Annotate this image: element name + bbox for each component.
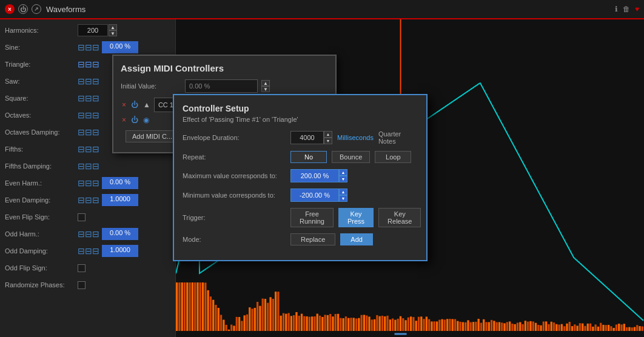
even-flip-sign-row: Even Flip Sign: xyxy=(0,209,175,225)
titlebar-right-icons: ℹ 🗑 ♥ xyxy=(615,5,639,13)
max-value-up[interactable]: ▲ xyxy=(339,169,347,176)
even-harm-slider-icon[interactable]: ⊟⊟⊟ xyxy=(78,178,99,188)
trigger-row: Trigger: Free Running Key Press Key Rele… xyxy=(183,208,418,227)
square-label: Square: xyxy=(5,95,78,102)
fifths-slider-icon[interactable]: ⊟⊟⊟ xyxy=(78,144,99,154)
fifths-damping-label: Fifths Damping: xyxy=(5,162,78,170)
midi-row1-shape[interactable]: ▲ xyxy=(142,99,152,110)
odd-harm-slider-icon[interactable]: ⊟⊟⊟ xyxy=(78,229,99,239)
octaves-label: Octaves: xyxy=(5,112,78,119)
midi-row1-power[interactable]: ⏻ xyxy=(130,99,139,110)
sine-row: Sine: ⊟⊟⊟ 0.00 % xyxy=(0,39,175,56)
heart-icon[interactable]: ♥ xyxy=(635,5,639,13)
envelope-duration-down[interactable]: ▼ xyxy=(324,138,332,144)
envelope-duration-input[interactable] xyxy=(290,131,324,144)
chain-button[interactable]: ↗ xyxy=(32,4,41,14)
min-value-row: Minimum value corresponds to: ▲ ▼ xyxy=(183,189,418,202)
app-title: Waveforms xyxy=(46,5,86,14)
mode-row: Mode: Replace Add xyxy=(183,233,418,245)
harmonics-down[interactable]: ▼ xyxy=(109,30,117,36)
odd-harm-label: Odd Harm.: xyxy=(5,230,78,238)
min-value-arrows: ▲ ▼ xyxy=(339,189,347,202)
even-damping-value[interactable]: 1.0000 xyxy=(102,194,138,206)
even-damping-label: Even Damping: xyxy=(5,196,78,204)
controller-setup-dialog: Controller Setup Effect of 'Passing Time… xyxy=(173,94,428,261)
trigger-key-release-button[interactable]: Key Release xyxy=(378,208,421,227)
odd-damping-label: Odd Damping: xyxy=(5,247,78,255)
even-flip-sign-checkbox[interactable] xyxy=(78,213,86,221)
quarter-notes-label: Quarter Notes xyxy=(378,130,418,145)
cs-subtitle: Effect of 'Passing Time #1' on 'Triangle… xyxy=(183,116,418,123)
initial-value-down[interactable]: ▼ xyxy=(261,86,270,92)
midi-row2-circle[interactable]: ◉ xyxy=(142,115,150,125)
power-button[interactable]: ⏻ xyxy=(18,4,28,14)
mode-add-button[interactable]: Add xyxy=(340,233,373,245)
midi-row2-power[interactable]: ⏻ xyxy=(130,115,139,125)
max-value-spinbox[interactable]: ▲ ▼ xyxy=(290,169,347,182)
mode-replace-button[interactable]: Replace xyxy=(290,233,335,245)
randomize-phases-label: Randomize Phases: xyxy=(5,281,78,289)
odd-harm-slider: ⊟⊟⊟ 0.00 % xyxy=(78,228,170,240)
fifths-damping-slider-icon[interactable]: ⊟⊟⊟ xyxy=(78,161,99,171)
harmonics-input[interactable] xyxy=(78,24,108,36)
repeat-row: Repeat: No Bounce Loop xyxy=(183,151,418,163)
min-value-down[interactable]: ▼ xyxy=(339,195,347,202)
assign-midi-title: Assign MIDI Controllers xyxy=(121,63,328,73)
odd-damping-value[interactable]: 1.0000 xyxy=(102,245,138,257)
even-damping-slider: ⊟⊟⊟ 1.0000 xyxy=(78,194,170,206)
harmonics-up[interactable]: ▲ xyxy=(109,24,117,30)
odd-damping-slider-icon[interactable]: ⊟⊟⊟ xyxy=(78,246,99,256)
repeat-loop-button[interactable]: Loop xyxy=(375,151,411,163)
envelope-duration-spinbox[interactable]: ▲ ▼ xyxy=(290,131,332,144)
repeat-no-button[interactable]: No xyxy=(290,151,327,163)
max-value-row: Maximum value corresponds to: ▲ ▼ xyxy=(183,169,418,182)
initial-value-up[interactable]: ▲ xyxy=(261,80,270,86)
sine-label: Sine: xyxy=(5,44,78,51)
triangle-slider-icon[interactable]: ⊟⊟⊟ xyxy=(78,59,99,69)
add-midi-button[interactable]: Add MIDI C... xyxy=(126,130,179,142)
repeat-bounce-button[interactable]: Bounce xyxy=(332,151,370,163)
trigger-key-press-button[interactable]: Key Press xyxy=(338,208,374,227)
even-harm-value[interactable]: 0.00 % xyxy=(102,177,138,189)
close-button[interactable]: × xyxy=(5,4,15,14)
odd-flip-sign-checkbox[interactable] xyxy=(78,264,86,272)
trash-icon[interactable]: 🗑 xyxy=(623,5,630,13)
window-controls: × ⏻ ↗ xyxy=(5,4,41,14)
max-value-input[interactable] xyxy=(290,169,339,182)
even-harm-label: Even Harm.: xyxy=(5,179,78,187)
envelope-duration-up[interactable]: ▲ xyxy=(324,131,332,138)
min-value-spinbox[interactable]: ▲ ▼ xyxy=(290,189,347,202)
min-value-input[interactable] xyxy=(290,189,339,202)
max-value-down[interactable]: ▼ xyxy=(339,176,347,182)
sine-value[interactable]: 0.00 % xyxy=(102,41,138,53)
max-value-arrows: ▲ ▼ xyxy=(339,169,347,182)
sine-slider: ⊟⊟⊟ 0.00 % xyxy=(78,41,170,53)
square-slider-icon[interactable]: ⊟⊟⊟ xyxy=(78,93,99,103)
repeat-label: Repeat: xyxy=(183,153,286,161)
saw-label: Saw: xyxy=(5,78,78,85)
randomize-phases-row: Randomize Phases: xyxy=(0,276,175,293)
trigger-free-running-button[interactable]: Free Running xyxy=(290,208,334,227)
milliseconds-label: Milliseconds xyxy=(337,134,374,141)
odd-flip-sign-row: Odd Flip Sign: xyxy=(0,259,175,276)
octaves-slider-icon[interactable]: ⊟⊟⊟ xyxy=(78,110,99,120)
even-damping-slider-icon[interactable]: ⊟⊟⊟ xyxy=(78,195,99,205)
trigger-label: Trigger: xyxy=(183,214,286,221)
octaves-damping-slider-icon[interactable]: ⊟⊟⊟ xyxy=(78,127,99,137)
harmonics-label: Harmonics: xyxy=(5,27,78,34)
harmonics-spinbox[interactable]: ▲ ▼ xyxy=(78,24,117,36)
envelope-duration-label: Envelope Duration: xyxy=(183,134,286,141)
info-icon[interactable]: ℹ xyxy=(615,5,618,13)
harmonics-arrows: ▲ ▼ xyxy=(109,24,117,36)
randomize-phases-checkbox[interactable] xyxy=(78,281,86,289)
sine-slider-icon[interactable]: ⊟⊟⊟ xyxy=(78,42,99,52)
saw-slider-icon[interactable]: ⊟⊟⊟ xyxy=(78,76,99,86)
even-harm-slider: ⊟⊟⊟ 0.00 % xyxy=(78,177,170,189)
initial-value-label: Initial Value: xyxy=(121,82,181,90)
min-value-up[interactable]: ▲ xyxy=(339,189,347,195)
midi-row2-close[interactable]: × xyxy=(121,115,127,125)
titlebar: × ⏻ ↗ Waveforms ℹ 🗑 ♥ xyxy=(0,0,644,19)
midi-row1-close[interactable]: × xyxy=(121,99,127,110)
initial-value-input[interactable] xyxy=(185,79,258,93)
odd-harm-value[interactable]: 0.00 % xyxy=(102,228,138,240)
